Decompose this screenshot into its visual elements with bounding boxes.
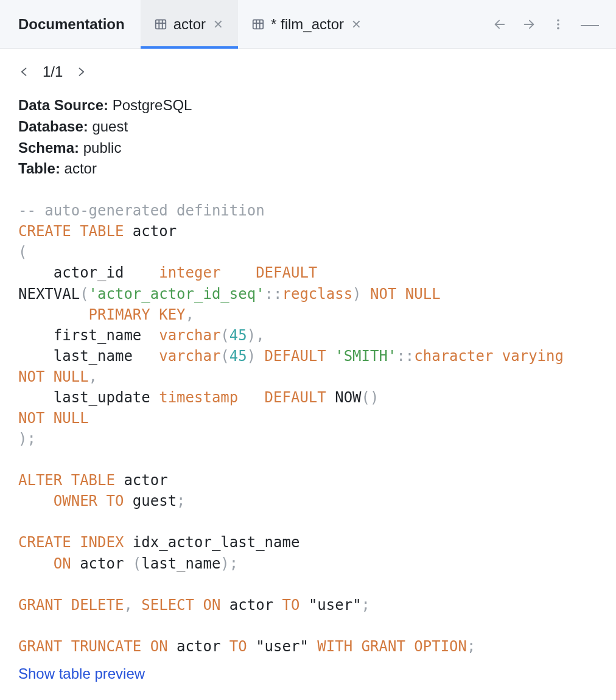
tabbar-actions: — [493, 0, 616, 48]
active-tab-underline [141, 46, 238, 49]
pager-position: 1/1 [43, 63, 63, 80]
svg-point-10 [557, 19, 559, 21]
pager-prev-icon[interactable] [18, 66, 30, 78]
meta-schema: Schema: public [18, 138, 598, 159]
svg-rect-0 [155, 19, 166, 29]
meta-value: actor [65, 160, 97, 177]
meta-value: PostgreSQL [113, 97, 192, 113]
meta-label: Data Source: [18, 97, 108, 113]
svg-point-12 [557, 27, 559, 29]
pager-next-icon[interactable] [75, 66, 87, 78]
tab-film-actor[interactable]: * film_actor ✕ [238, 0, 376, 48]
sql-definition[interactable]: -- auto-generated definition CREATE TABL… [0, 186, 616, 663]
show-table-preview-link[interactable]: Show table preview [0, 663, 163, 700]
meta-label: Table: [18, 160, 60, 177]
tab-close-icon[interactable]: ✕ [212, 17, 225, 32]
nav-forward-icon[interactable] [522, 18, 536, 31]
meta-datasource: Data Source: PostgreSQL [18, 95, 598, 116]
tab-bar: Documentation actor ✕ * film_actor ✕ — [0, 0, 616, 49]
more-icon[interactable] [551, 18, 565, 31]
table-icon [154, 18, 167, 31]
nav-back-icon[interactable] [493, 18, 506, 31]
meta-value: guest [92, 118, 128, 135]
tab-label: * film_actor [271, 16, 344, 33]
meta-value: public [83, 139, 122, 156]
svg-point-11 [557, 23, 559, 26]
tab-label: Documentation [18, 16, 125, 33]
object-metadata: Data Source: PostgreSQL Database: guest … [0, 86, 616, 186]
table-icon [251, 18, 265, 31]
svg-rect-4 [253, 19, 264, 29]
meta-database: Database: guest [18, 116, 598, 138]
history-pager: 1/1 [0, 49, 616, 86]
tab-label: actor [173, 16, 206, 33]
meta-label: Schema: [18, 139, 79, 156]
tab-actor[interactable]: actor ✕ [141, 0, 238, 48]
meta-table: Table: actor [18, 158, 598, 180]
meta-label: Database: [18, 118, 88, 135]
minimize-icon[interactable]: — [581, 15, 599, 33]
tab-documentation[interactable]: Documentation [15, 0, 141, 48]
tab-close-icon[interactable]: ✕ [350, 17, 363, 32]
